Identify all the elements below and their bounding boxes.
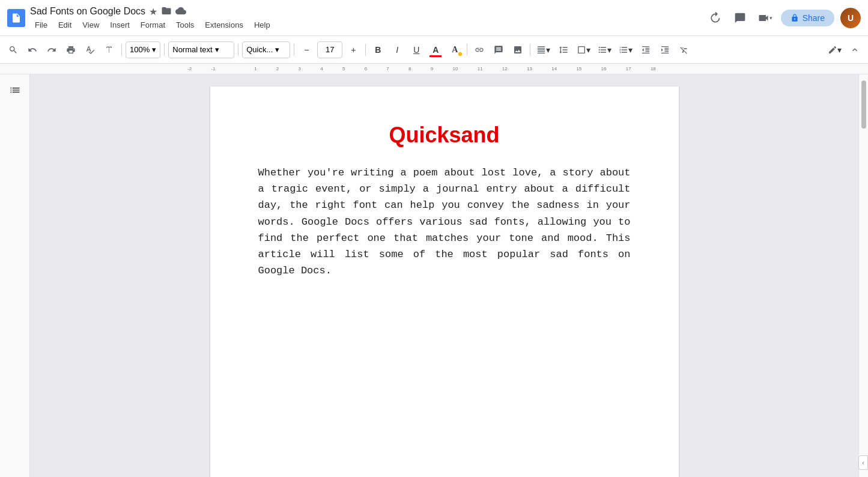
increase-font-button[interactable]: + bbox=[345, 41, 362, 58]
font-size-input[interactable]: 17 bbox=[317, 41, 342, 58]
redo-button[interactable] bbox=[43, 41, 60, 58]
cloud-icon bbox=[175, 5, 186, 18]
main-area: Quicksand Whether you're writing a poem … bbox=[0, 74, 868, 477]
bullet-list-button[interactable]: ▾ bbox=[595, 41, 614, 58]
document-body[interactable]: Whether you're writing a poem about lost… bbox=[258, 165, 631, 279]
search-button[interactable] bbox=[5, 41, 22, 58]
checklist-button[interactable]: ▾ bbox=[574, 41, 593, 58]
insert-comment-button[interactable] bbox=[490, 41, 507, 58]
separator-3 bbox=[238, 44, 238, 56]
pencil-mode-button[interactable]: ▾ bbox=[825, 41, 844, 58]
expand-button[interactable] bbox=[846, 41, 863, 58]
highlight-button[interactable]: A bbox=[446, 41, 463, 58]
menu-extensions[interactable]: Extensions bbox=[200, 19, 248, 31]
history-button[interactable] bbox=[705, 8, 724, 28]
menu-tools[interactable]: Tools bbox=[171, 19, 199, 31]
insert-image-button[interactable] bbox=[509, 41, 526, 58]
font-select[interactable]: Quick... ▾ bbox=[242, 41, 290, 58]
separator-1 bbox=[121, 44, 122, 56]
menu-insert[interactable]: Insert bbox=[105, 19, 135, 31]
font-chevron: ▾ bbox=[275, 45, 279, 54]
paintformat-button[interactable] bbox=[101, 41, 118, 58]
separator-7 bbox=[530, 44, 530, 56]
right-scrollbar-panel bbox=[858, 74, 868, 477]
doc-title[interactable]: Sad Fonts on Google Docs bbox=[30, 6, 145, 17]
zoom-select[interactable]: 100% ▾ bbox=[126, 41, 160, 58]
title-actions: ▾ Share U bbox=[705, 8, 861, 28]
numbered-list-button[interactable]: ▾ bbox=[616, 41, 635, 58]
font-label: Quick... bbox=[246, 45, 273, 54]
style-chevron: ▾ bbox=[215, 45, 219, 54]
link-button[interactable] bbox=[471, 41, 488, 58]
collapse-button[interactable]: ‹ bbox=[858, 455, 868, 470]
separator-6 bbox=[467, 44, 467, 56]
underline-button[interactable]: U bbox=[408, 41, 425, 58]
decrease-indent-button[interactable] bbox=[637, 41, 654, 58]
share-button[interactable]: Share bbox=[781, 10, 834, 26]
document-heading: Quicksand bbox=[258, 123, 631, 148]
menu-help[interactable]: Help bbox=[249, 19, 275, 31]
bold-button[interactable]: B bbox=[369, 41, 386, 58]
ruler-scale: -2 -1 1 2 3 4 5 6 7 8 9 10 11 12 13 14 1… bbox=[187, 66, 656, 71]
user-avatar[interactable]: U bbox=[840, 8, 861, 28]
zoom-chevron: ▾ bbox=[152, 45, 156, 54]
share-label: Share bbox=[803, 13, 825, 23]
title-bar: Sad Fonts on Google Docs ★ File Edit Vie… bbox=[0, 0, 868, 36]
spellcheck-button[interactable] bbox=[82, 41, 99, 58]
line-spacing-button[interactable] bbox=[555, 41, 572, 58]
toolbar-right: ▾ bbox=[825, 41, 863, 58]
menu-file[interactable]: File bbox=[30, 19, 52, 31]
menu-format[interactable]: Format bbox=[136, 19, 170, 31]
undo-button[interactable] bbox=[24, 41, 41, 58]
text-style-select[interactable]: Normal text ▾ bbox=[168, 41, 234, 58]
menu-bar: File Edit View Insert Format Tools Exten… bbox=[30, 19, 700, 31]
separator-5 bbox=[365, 44, 366, 56]
title-section: Sad Fonts on Google Docs ★ File Edit Vie… bbox=[30, 5, 700, 31]
separator-4 bbox=[294, 44, 294, 56]
folder-icon[interactable] bbox=[161, 5, 172, 18]
text-color-label: A bbox=[432, 45, 439, 55]
sidebar bbox=[0, 74, 30, 477]
video-button[interactable]: ▾ bbox=[756, 8, 775, 28]
align-button[interactable]: ▾ bbox=[534, 41, 553, 58]
star-icon[interactable]: ★ bbox=[149, 6, 157, 17]
italic-button[interactable]: I bbox=[389, 41, 405, 58]
doc-icon bbox=[7, 9, 25, 27]
menu-edit[interactable]: Edit bbox=[53, 19, 76, 31]
scrollbar-thumb[interactable] bbox=[861, 81, 866, 129]
decrease-font-button[interactable]: − bbox=[298, 41, 315, 58]
outline-button[interactable] bbox=[7, 82, 23, 99]
document-area[interactable]: Quicksand Whether you're writing a poem … bbox=[30, 74, 858, 477]
separator-2 bbox=[164, 44, 165, 56]
toolbar: 100% ▾ Normal text ▾ Quick... ▾ − 17 + B… bbox=[0, 36, 868, 64]
menu-view[interactable]: View bbox=[77, 19, 104, 31]
ruler: -2 -1 1 2 3 4 5 6 7 8 9 10 11 12 13 14 1… bbox=[0, 64, 868, 74]
text-color-bar bbox=[429, 55, 442, 57]
comment-button[interactable] bbox=[730, 8, 750, 28]
text-color-button[interactable]: A bbox=[427, 41, 444, 58]
svg-point-0 bbox=[458, 52, 462, 55]
document-page[interactable]: Quicksand Whether you're writing a poem … bbox=[210, 87, 679, 477]
increase-indent-button[interactable] bbox=[657, 41, 673, 58]
text-style-label: Normal text bbox=[172, 45, 212, 54]
clear-format-button[interactable] bbox=[676, 41, 693, 58]
print-button[interactable] bbox=[62, 41, 79, 58]
